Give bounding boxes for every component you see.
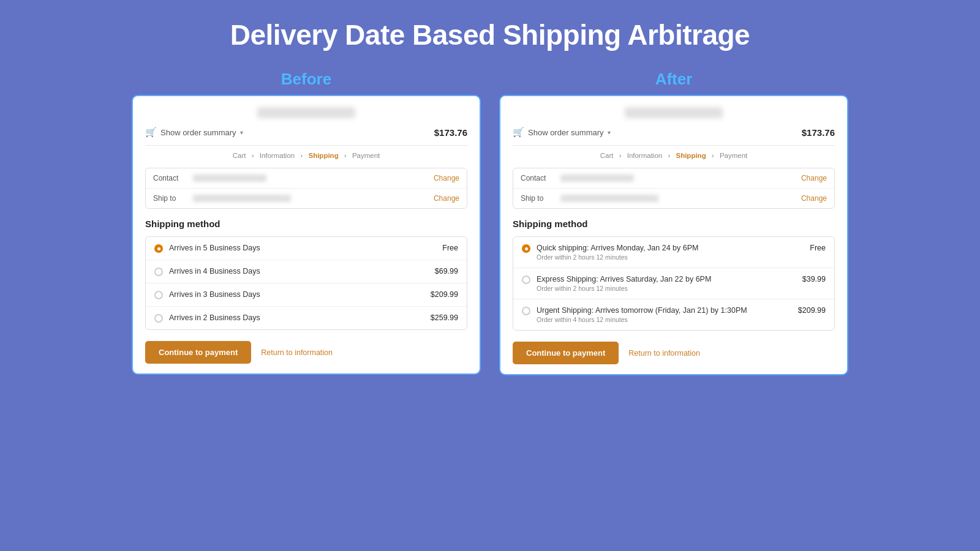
comparison-wrapper: Before 🛒 Show order summary ▾ $173.76 Ca… — [92, 70, 888, 375]
crumb-information: Information — [260, 152, 295, 159]
after-crumb-cart: Cart — [600, 152, 614, 159]
before-radio-2[interactable] — [154, 268, 163, 276]
after-crumb-sep3: › — [712, 152, 714, 159]
before-panel: 🛒 Show order summary ▾ $173.76 Cart › In… — [132, 95, 481, 375]
before-contact-change[interactable]: Change — [434, 174, 459, 182]
after-logo-blur — [625, 107, 723, 118]
after-option-2-subtext: Order within 2 hours 12 minutes — [537, 285, 802, 292]
before-option-3[interactable]: Arrives in 3 Business Days $209.99 — [146, 283, 467, 307]
before-info-section: Contact Change Ship to Change — [145, 168, 467, 209]
before-continue-button[interactable]: Continue to payment — [145, 341, 251, 364]
before-breadcrumb: Cart › Information › Shipping › Payment — [145, 152, 467, 159]
before-option-3-price: $209.99 — [431, 290, 458, 299]
after-option-3[interactable]: Urgent Shipping: Arrives tomorrow (Frida… — [513, 299, 834, 330]
before-label: Before — [281, 70, 331, 89]
after-shipping-options: Quick shipping: Arrives Monday, Jan 24 b… — [513, 236, 835, 331]
after-info-section: Contact Change Ship to Change — [513, 168, 835, 209]
before-option-1[interactable]: Arrives in 5 Business Days Free — [146, 237, 467, 260]
after-contact-row: Contact Change — [513, 168, 834, 189]
before-shipto-label: Ship to — [153, 194, 193, 203]
after-crumb-payment: Payment — [720, 152, 747, 159]
after-option-1-price: Free — [810, 244, 826, 252]
crumb-sep3: › — [344, 152, 347, 159]
crumb-payment: Payment — [352, 152, 380, 159]
after-crumb-shipping-active: Shipping — [676, 152, 706, 159]
before-order-summary-text: Show order summary — [160, 128, 236, 137]
before-option-3-text: Arrives in 3 Business Days — [169, 290, 431, 299]
before-panel-container: Before 🛒 Show order summary ▾ $173.76 Ca… — [132, 70, 481, 375]
after-panel: 🛒 Show order summary ▾ $173.76 Cart › In… — [499, 95, 848, 375]
after-label: After — [655, 70, 693, 89]
before-shipping-title: Shipping method — [145, 219, 467, 229]
after-shipto-row: Ship to Change — [513, 189, 834, 208]
after-contact-change[interactable]: Change — [801, 174, 827, 182]
before-contact-label: Contact — [153, 174, 193, 182]
after-radio-1[interactable] — [522, 244, 530, 253]
before-option-2-text: Arrives in 4 Business Days — [169, 267, 435, 276]
after-crumb-information: Information — [627, 152, 663, 159]
after-shipto-label: Ship to — [521, 194, 560, 203]
crumb-sep2: › — [300, 152, 303, 159]
after-continue-button[interactable]: Continue to payment — [513, 342, 619, 364]
before-option-2-price: $69.99 — [435, 267, 458, 276]
before-order-summary-bar: 🛒 Show order summary ▾ $173.76 — [145, 127, 467, 146]
after-option-1[interactable]: Quick shipping: Arrives Monday, Jan 24 b… — [513, 237, 834, 268]
before-option-1-price: Free — [442, 244, 458, 252]
after-footer-actions: Continue to payment Return to informatio… — [513, 342, 835, 364]
after-panel-container: After 🛒 Show order summary ▾ $173.76 Car… — [499, 70, 848, 375]
after-shipto-value — [560, 195, 801, 202]
before-shipping-options: Arrives in 5 Business Days Free Arrives … — [145, 236, 467, 330]
after-option-2[interactable]: Express Shipping: Arrives Saturday, Jan … — [513, 268, 834, 299]
after-option-3-text: Urgent Shipping: Arrives tomorrow (Frida… — [537, 306, 798, 323]
after-crumb-sep2: › — [668, 152, 670, 159]
before-option-2[interactable]: Arrives in 4 Business Days $69.99 — [146, 260, 467, 283]
before-footer-actions: Continue to payment Return to informatio… — [145, 341, 467, 364]
crumb-sep1: › — [252, 152, 254, 159]
crumb-cart: Cart — [233, 152, 246, 159]
before-shipto-value — [193, 195, 434, 202]
after-crumb-sep1: › — [619, 152, 622, 159]
after-option-1-subtext: Order within 2 hours 12 minutes — [537, 253, 810, 261]
after-chevron-icon: ▾ — [608, 129, 611, 136]
after-contact-value — [560, 174, 801, 182]
after-option-2-price: $39.99 — [802, 275, 826, 283]
after-option-3-subtext: Order within 4 hours 12 minutes — [537, 316, 798, 323]
after-option-3-price: $209.99 — [798, 306, 826, 315]
before-option-4[interactable]: Arrives in 2 Business Days $259.99 — [146, 307, 467, 329]
before-chevron-icon: ▾ — [240, 129, 243, 136]
after-contact-label: Contact — [521, 174, 560, 182]
after-radio-3[interactable] — [522, 307, 530, 315]
before-contact-row: Contact Change — [146, 168, 467, 189]
before-return-link[interactable]: Return to information — [261, 348, 333, 357]
after-shipto-change[interactable]: Change — [801, 194, 827, 203]
before-option-4-text: Arrives in 2 Business Days — [169, 313, 431, 322]
before-radio-3[interactable] — [154, 291, 163, 299]
before-order-summary-left[interactable]: 🛒 Show order summary ▾ — [145, 127, 243, 138]
before-shipto-row: Ship to Change — [146, 189, 467, 208]
after-order-summary-bar: 🛒 Show order summary ▾ $173.76 — [513, 127, 835, 146]
before-shipto-change[interactable]: Change — [434, 194, 459, 203]
crumb-shipping-active: Shipping — [308, 152, 338, 159]
after-cart-icon: 🛒 — [513, 127, 524, 138]
page-title: Delivery Date Based Shipping Arbitrage — [230, 18, 750, 51]
after-radio-2[interactable] — [522, 276, 530, 284]
after-option-2-text: Express Shipping: Arrives Saturday, Jan … — [537, 275, 802, 292]
after-shipping-title: Shipping method — [513, 219, 835, 229]
after-return-link[interactable]: Return to information — [628, 349, 700, 358]
before-option-1-text: Arrives in 5 Business Days — [169, 244, 442, 252]
cart-icon: 🛒 — [145, 127, 157, 138]
before-option-4-price: $259.99 — [431, 313, 458, 322]
before-logo-blur — [257, 107, 355, 118]
after-option-1-text: Quick shipping: Arrives Monday, Jan 24 b… — [537, 244, 810, 261]
before-contact-value — [193, 174, 434, 182]
before-order-total: $173.76 — [434, 127, 467, 138]
before-radio-4[interactable] — [154, 314, 163, 323]
after-breadcrumb: Cart › Information › Shipping › Payment — [513, 152, 835, 159]
after-order-summary-left[interactable]: 🛒 Show order summary ▾ — [513, 127, 611, 138]
after-order-total: $173.76 — [802, 127, 835, 138]
before-radio-1[interactable] — [154, 244, 163, 253]
after-order-summary-text: Show order summary — [528, 128, 604, 137]
